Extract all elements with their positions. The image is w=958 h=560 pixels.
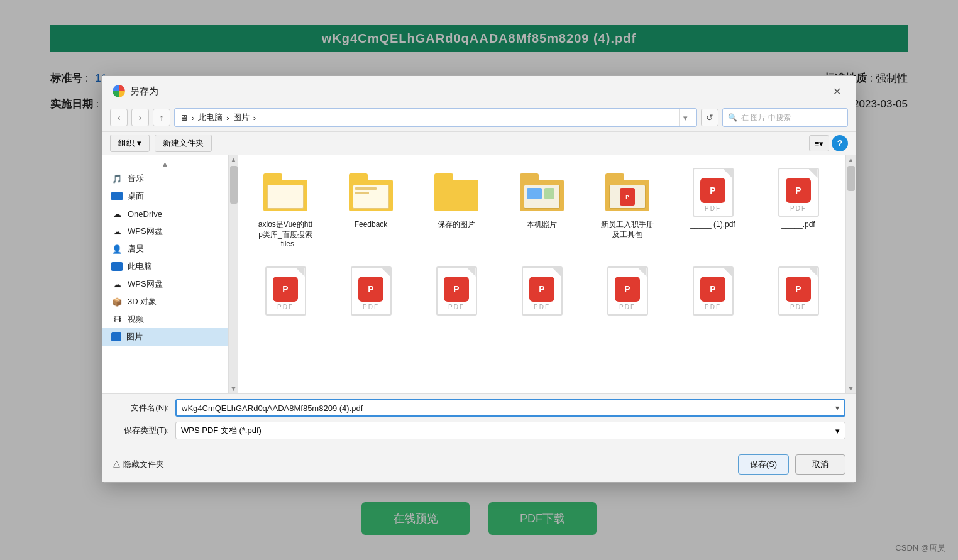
list-item[interactable]: P 新员工入职手册及工具包 — [588, 162, 667, 255]
sidebar-item-pictures[interactable]: 图片 — [102, 328, 228, 346]
sidebar-scroll-down-arrow[interactable]: ▼ — [230, 385, 237, 392]
main-scroll-down-arrow[interactable]: ▼ — [847, 385, 854, 392]
sidebar-item-onedrive[interactable]: ☁ OneDrive — [102, 205, 228, 222]
photo-thumbnail-2 — [544, 188, 554, 199]
new-folder-button[interactable]: 新建文件夹 — [155, 135, 212, 152]
sidebar-item-music[interactable]: 🎵 音乐 — [102, 170, 228, 187]
nav-forward-button[interactable]: › — [131, 109, 149, 126]
list-item[interactable]: P PDF — [246, 261, 325, 321]
pdf-badge-letter: P — [795, 284, 801, 294]
video-icon: 🎞 — [111, 314, 123, 325]
path-dropdown-button[interactable]: ▾ — [679, 109, 691, 126]
organize-button[interactable]: 组织 ▾ — [110, 135, 150, 152]
pdf-icon-container: P PDF — [776, 266, 820, 316]
list-item[interactable]: P PDF _____ (1).pdf — [673, 162, 752, 255]
sidebar-label-3d: 3D 对象 — [128, 296, 157, 307]
onedrive-icon: ☁ — [111, 208, 123, 219]
pdf-badge-letter: P — [710, 284, 715, 294]
sidebar-scrollbar[interactable]: ▲ ▼ — [228, 155, 238, 393]
search-icon: 🔍 — [728, 113, 737, 122]
pdf-badge: P — [529, 277, 554, 302]
path-separator-3: › — [253, 113, 256, 123]
pdf-badge: P — [358, 277, 383, 302]
list-item[interactable]: P PDF _____.pdf — [759, 162, 838, 255]
sidebar-item-3d[interactable]: 📦 3D 对象 — [102, 293, 228, 310]
sidebar-scroll-thumb[interactable] — [230, 166, 238, 204]
wps-cloud-icon: ☁ — [111, 226, 123, 237]
file-name-label: 保存的图片 — [438, 220, 475, 230]
filetype-select[interactable]: WPS PDF 文档 (*.pdf) ▾ — [175, 422, 845, 439]
dialog-title-text: 另存为 — [130, 85, 158, 97]
sidebar-container: ▲ 🎵 音乐 桌面 ☁ OneDrive ☁ W — [102, 155, 238, 393]
folder-icon-container — [263, 167, 307, 217]
file-name-label: _____.pdf — [781, 220, 815, 230]
sidebar-item-pc[interactable]: 此电脑 — [102, 258, 228, 275]
filename-value: wKg4CmQELhGARd0qAADA8Mf85m8209 (4).pdf — [182, 404, 835, 413]
filetype-dropdown-arrow: ▾ — [835, 426, 840, 436]
sidebar-item-video[interactable]: 🎞 视频 — [102, 310, 228, 328]
refresh-button[interactable]: ↺ — [701, 109, 718, 126]
main-container: axios是Vue的http类库_百度搜索_files — [238, 155, 856, 393]
folder-body — [434, 180, 478, 211]
dialog-close-button[interactable]: ✕ — [828, 82, 845, 100]
pdf-icon-container: P PDF — [691, 266, 735, 316]
sidebar-label-onedrive: OneDrive — [128, 209, 162, 219]
sidebar-item-wps-cloud-2[interactable]: ☁ WPS网盘 — [102, 275, 228, 293]
main-scroll-thumb[interactable] — [847, 166, 855, 191]
bottom-toolbar: 组织 ▾ 新建文件夹 ≡▾ ? — [102, 131, 856, 155]
nav-back-button[interactable]: ‹ — [110, 109, 128, 126]
search-box[interactable]: 🔍 在 图片 中搜索 — [722, 108, 848, 127]
sidebar-label-user: 唐昊 — [128, 243, 144, 255]
list-item[interactable]: 保存的图片 — [417, 162, 496, 255]
dialog-sidebar: ▲ 🎵 音乐 桌面 ☁ OneDrive ☁ W — [102, 155, 228, 393]
file-name-label: Feedback — [355, 220, 388, 230]
list-item[interactable]: axios是Vue的http类库_百度搜索_files — [246, 162, 325, 255]
save-button[interactable]: 保存(S) — [738, 454, 789, 475]
folder-icon-container: P — [605, 167, 649, 217]
nav-up-button[interactable]: ↑ — [153, 109, 170, 126]
bottom-toolbar-left: 组织 ▾ 新建文件夹 — [110, 135, 212, 152]
pdf-icon-container: P PDF — [605, 266, 649, 316]
path-separator-1: › — [192, 113, 194, 123]
pdf-badge: P — [273, 277, 298, 302]
help-button[interactable]: ? — [832, 135, 848, 151]
path-bar[interactable]: 🖥 › 此电脑 › 图片 › ▾ — [174, 108, 697, 127]
list-item[interactable]: P PDF — [759, 261, 838, 321]
list-item[interactable]: P PDF — [417, 261, 496, 321]
pdf-icon-container: P PDF — [349, 266, 393, 316]
sidebar-label-wps-cloud: WPS网盘 — [128, 226, 163, 237]
path-part-2: 图片 — [233, 112, 250, 123]
pdf-badge: P — [700, 178, 725, 203]
view-toggle-button[interactable]: ≡▾ — [809, 135, 829, 151]
sidebar-scroll-up-arrow[interactable]: ▲ — [230, 156, 237, 163]
main-scroll-up-arrow[interactable]: ▲ — [847, 156, 854, 163]
folder-shape — [434, 173, 478, 211]
list-item[interactable]: P PDF — [502, 261, 581, 321]
sidebar-item-user[interactable]: 👤 唐昊 — [102, 240, 228, 258]
filename-input[interactable]: wKg4CmQELhGARd0qAADA8Mf85m8209 (4).pdf ▾ — [175, 399, 845, 417]
pdf-file-shape: P PDF — [351, 266, 392, 316]
hide-folders-toggle[interactable]: △ 隐藏文件夹 — [113, 459, 732, 470]
folder-shape-special — [520, 173, 564, 211]
folder-line — [355, 187, 377, 190]
cancel-button[interactable]: 取消 — [795, 454, 845, 475]
main-scrollbar[interactable]: ▲ ▼ — [845, 155, 856, 393]
pdf-badge-letter: P — [539, 284, 544, 294]
user-icon: 👤 — [111, 243, 123, 255]
pdf-mini-text: P — [625, 194, 629, 200]
view-controls: ≡▾ ? — [809, 135, 848, 151]
sidebar-item-wps-cloud[interactable]: ☁ WPS网盘 — [102, 222, 228, 240]
sidebar-scroll-up[interactable]: ▲ — [102, 158, 228, 170]
pdf-file-shape: P PDF — [778, 266, 819, 316]
filetype-label: 保存类型(T): — [113, 425, 169, 436]
list-item[interactable]: 本机照片 — [502, 162, 581, 255]
pdf-label: PDF — [790, 205, 807, 212]
list-item[interactable]: P PDF — [331, 261, 410, 321]
pdf-badge: P — [786, 277, 811, 302]
sidebar-item-desktop[interactable]: 桌面 — [102, 187, 228, 205]
list-item[interactable]: P PDF — [588, 261, 667, 321]
pdf-badge: P — [786, 178, 811, 203]
list-item[interactable]: Feedback — [331, 162, 410, 255]
pdf-file-shape: P PDF — [693, 168, 734, 217]
list-item[interactable]: P PDF — [673, 261, 752, 321]
